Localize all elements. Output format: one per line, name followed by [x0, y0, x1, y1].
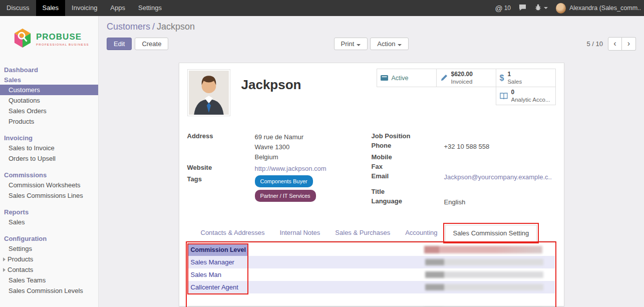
user-menu[interactable]: Alexandra (Sales_comm..	[556, 3, 641, 14]
topbar: Discuss Sales Invoicing Apps Settings @ …	[0, 0, 644, 16]
stat-invoiced-label: Invoiced	[451, 78, 473, 85]
column-header-commission-level[interactable]: Commission Level	[188, 244, 247, 256]
stat-active-label: Active	[392, 75, 409, 82]
field-column-left: Address 69 rue de Namur Wavre 1300 Belgi…	[187, 132, 372, 209]
address-line-1: 69 rue de Namur	[255, 132, 304, 142]
print-dropdown-button[interactable]: Print	[334, 38, 368, 50]
sidebar-item-products[interactable]: Products	[0, 116, 98, 127]
sidebar-item-sales-commission-levels[interactable]: Sales Commission Levels	[0, 285, 98, 296]
edit-button[interactable]: Edit	[107, 38, 132, 50]
stat-active-button[interactable]: Active	[377, 69, 437, 87]
chevron-down-icon	[544, 7, 548, 9]
field-mobile: Mobile	[372, 153, 556, 161]
topbar-menu-sales[interactable]: Sales	[36, 0, 66, 16]
cell-commission-level: Sales Man	[188, 271, 425, 278]
mentions-button[interactable]: @ 10	[495, 4, 511, 13]
table-header-row: Commission Level	[188, 244, 555, 256]
sidebar-item-orders-to-upsell[interactable]: Orders to Upsell	[0, 153, 98, 164]
redacted-blur	[425, 259, 543, 265]
breadcrumb: Customers/Jackpson	[107, 22, 644, 32]
stat-buttons: Active $620.00 Invoiced $	[377, 69, 556, 117]
tab-sales-commission-setting[interactable]: Sales Commission Setting	[445, 225, 537, 241]
tab-internal-notes[interactable]: Internal Notes	[272, 225, 328, 241]
table-row-empty	[188, 293, 555, 306]
sidebar-item-quotations[interactable]: Quotations	[0, 95, 98, 106]
table-row[interactable]: Sales Manager	[188, 256, 555, 268]
sidebar-item-config-products[interactable]: Products	[0, 254, 98, 264]
title-label: Title	[372, 188, 444, 196]
app-body: PROBUSE PROFESSIONAL BUSINESS Dashboard …	[0, 16, 644, 307]
sidebar-item-settings[interactable]: Settings	[0, 243, 98, 254]
sidebar-title-configuration[interactable]: Configuration	[0, 234, 98, 243]
brand-text: PROBUSE PROFESSIONAL BUSINESS	[36, 32, 89, 46]
field-job-position: Job Position	[372, 132, 556, 140]
sidebar-title-commissions[interactable]: Commissions	[0, 170, 98, 180]
sidebar-item-sales-teams[interactable]: Sales Teams	[0, 275, 98, 285]
email-link[interactable]: Jackpson@yourcompany.example.c..	[444, 173, 552, 181]
customer-avatar[interactable]	[187, 69, 230, 116]
field-address: Address 69 rue de Namur Wavre 1300 Belgi…	[187, 132, 372, 162]
sidebar-item-config-contacts[interactable]: Contacts	[0, 264, 98, 275]
mobile-label: Mobile	[372, 153, 444, 161]
header-spacer	[247, 244, 424, 256]
messages-button[interactable]	[519, 4, 526, 13]
breadcrumb-customers-link[interactable]: Customers	[107, 22, 150, 32]
topbar-menu-discuss[interactable]: Discuss	[0, 0, 36, 16]
sidebar-section-reports: Reports Sales	[0, 207, 98, 227]
stat-sales-label: Sales	[507, 78, 522, 85]
redacted-blur	[424, 246, 542, 253]
tag-partner-it-services[interactable]: Partner / IT Services	[255, 190, 316, 202]
website-link[interactable]: http://www.jackpson.com	[255, 165, 327, 172]
redacted-blur	[425, 284, 543, 290]
mention-count: 10	[504, 5, 511, 12]
language-value: English	[444, 197, 466, 207]
sidebar-item-reports-sales[interactable]: Sales	[0, 217, 98, 227]
tab-accounting[interactable]: Accounting	[398, 225, 445, 241]
brand-tagline: PROFESSIONAL BUSINESS	[36, 43, 89, 46]
stat-analytic-button[interactable]: 0 Analytic Acco...	[496, 87, 556, 105]
topbar-menu-invoicing[interactable]: Invoicing	[65, 0, 104, 16]
sidebar-section-invoicing: Invoicing Sales to Invoice Orders to Ups…	[0, 133, 98, 164]
topbar-menu-settings[interactable]: Settings	[132, 0, 168, 16]
email-label: Email	[372, 172, 444, 182]
sidebar-title-reports[interactable]: Reports	[0, 207, 98, 217]
sidebar-item-dashboard[interactable]: Dashboard	[0, 65, 98, 75]
table-row[interactable]: Callcenter Agent	[188, 281, 555, 293]
ledger-book-icon	[500, 93, 508, 100]
topbar-menus: Discuss Sales Invoicing Apps Settings	[0, 0, 168, 16]
action-label: Action	[377, 40, 395, 48]
sidebar-title-invoicing[interactable]: Invoicing	[0, 133, 98, 143]
user-name: Alexandra (Sales_comm..	[569, 5, 641, 12]
table-row[interactable]: Sales Man	[188, 268, 555, 281]
chevron-right-icon	[3, 257, 6, 261]
tab-sales-purchases[interactable]: Sales & Purchases	[328, 225, 398, 241]
pager-counter: 5 / 10	[586, 40, 603, 48]
stat-sales-button[interactable]: $ 1 Sales	[496, 69, 556, 87]
sidebar-item-commission-worksheets[interactable]: Commission Worksheets	[0, 180, 98, 190]
user-avatar	[556, 3, 566, 14]
field-column-right: Job Position Phone +32 10 588 558 Mobile…	[372, 132, 556, 209]
topbar-menu-apps[interactable]: Apps	[104, 0, 132, 16]
sidebar-item-sales-commissions-lines[interactable]: Sales Commissions Lines	[0, 190, 98, 201]
field-tags: Tags Components Buyer Partner / IT Servi…	[187, 175, 372, 204]
action-dropdown-button[interactable]: Action	[370, 38, 409, 50]
field-email: Email Jackpson@yourcompany.example.c..	[372, 172, 556, 182]
pager-next-button[interactable]: ›	[622, 37, 636, 51]
stat-invoiced-value: $620.00	[451, 71, 473, 78]
fax-label: Fax	[372, 163, 444, 171]
tag-components-buyer[interactable]: Components Buyer	[255, 175, 313, 187]
tags-label: Tags	[187, 175, 255, 204]
sidebar-item-sales-orders[interactable]: Sales Orders	[0, 106, 98, 116]
debug-menu-button[interactable]	[534, 4, 548, 13]
sidebar-title-sales[interactable]: Sales	[0, 75, 98, 85]
field-fax: Fax	[372, 163, 556, 171]
stat-invoiced-button[interactable]: $620.00 Invoiced	[436, 69, 496, 87]
create-button[interactable]: Create	[135, 38, 168, 50]
sidebar-item-customers[interactable]: Customers	[0, 85, 98, 95]
pager-previous-button[interactable]: ‹	[608, 37, 622, 51]
at-icon: @	[495, 4, 502, 13]
redacted-blur	[425, 271, 543, 278]
main-content: Customers/Jackpson Edit Create Print Act…	[99, 16, 644, 307]
tab-contacts-addresses[interactable]: Contacts & Addresses	[193, 225, 272, 241]
sidebar-item-sales-to-invoice[interactable]: Sales to Invoice	[0, 143, 98, 153]
